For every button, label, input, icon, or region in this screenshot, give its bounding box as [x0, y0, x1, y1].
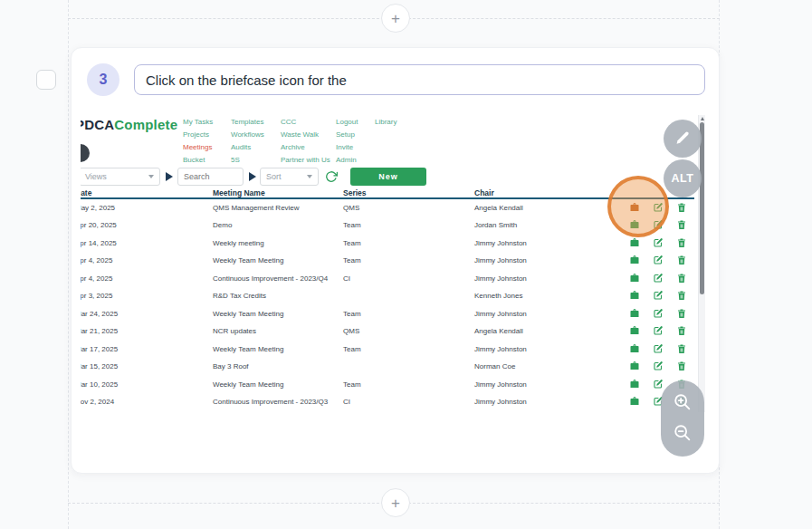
alt-text-button[interactable]: ALT — [664, 159, 702, 197]
step-instruction-input[interactable] — [134, 64, 705, 95]
zoom-controls — [661, 380, 704, 457]
scrollbar[interactable] — [698, 115, 705, 412]
scrollbar-thumb[interactable] — [700, 122, 704, 294]
edit-icon[interactable] — [653, 361, 664, 371]
zoom-out-icon — [673, 423, 693, 443]
nav-link-workflows[interactable]: Workflows — [231, 130, 272, 139]
table-row[interactable]: Mar 21, 2025 NCR updates QMS Angela Kend… — [81, 322, 705, 341]
briefcase-icon[interactable] — [629, 396, 640, 407]
briefcase-icon[interactable] — [629, 343, 640, 354]
meeting-date: Mar 17, 2025 — [81, 344, 118, 352]
edit-icon[interactable] — [653, 255, 664, 265]
trash-icon[interactable] — [676, 273, 687, 284]
briefcase-icon[interactable] — [629, 255, 640, 265]
meeting-chair: Jimmy Johnston — [474, 309, 527, 317]
table-row[interactable]: Apr 3, 2025 R&D Tax Credits Kenneth Jone… — [81, 287, 705, 305]
meeting-date: Nov 2, 2024 — [81, 398, 114, 406]
nav-link-my-tasks[interactable]: My Tasks — [183, 118, 223, 126]
briefcase-icon[interactable] — [629, 290, 640, 301]
meeting-chair: Jimmy Johnston — [474, 398, 527, 406]
new-meeting-button[interactable]: New — [350, 168, 426, 186]
trash-icon[interactable] — [676, 255, 687, 265]
table-row[interactable]: Mar 15, 2025 Bay 3 Roof Norman Coe — [81, 358, 705, 376]
zoom-in-button[interactable] — [672, 392, 693, 414]
nav-link-audits[interactable]: Audits — [231, 143, 272, 151]
nav-link-waste-walk[interactable]: Waste Walk — [281, 130, 328, 139]
edit-step-button[interactable] — [664, 120, 702, 158]
edit-icon[interactable] — [653, 343, 664, 354]
meeting-chair: Kenneth Jones — [474, 292, 522, 300]
app-logo: PDCAComplete — [81, 117, 177, 132]
edit-icon[interactable] — [653, 290, 664, 301]
step-select-checkbox[interactable] — [36, 70, 56, 90]
briefcase-icon[interactable] — [629, 308, 640, 319]
nav-link-templates[interactable]: Templates — [231, 118, 272, 126]
briefcase-icon[interactable] — [629, 361, 640, 371]
add-step-below-button[interactable]: + — [381, 488, 410, 517]
meeting-chair: Jimmy Johnston — [474, 380, 527, 388]
zoom-out-button[interactable] — [672, 423, 693, 445]
step-header: 3 — [72, 48, 719, 111]
trash-icon[interactable] — [676, 237, 687, 248]
edit-icon[interactable] — [653, 308, 664, 319]
sort-dropdown[interactable]: Sort — [260, 168, 319, 186]
nav-link-invite[interactable]: Invite — [336, 143, 367, 151]
meeting-name: Weekly Team Meeting — [213, 380, 283, 388]
briefcase-icon[interactable] — [629, 325, 640, 336]
nav-link-admin[interactable]: Admin — [336, 156, 367, 164]
views-dropdown[interactable]: Views — [81, 168, 160, 186]
edit-icon[interactable] — [653, 237, 664, 248]
nav-link-partner-with-us[interactable]: Partner with Us — [281, 156, 328, 164]
table-row[interactable]: Mar 10, 2025 Weekly Team Meeting Team Ji… — [81, 375, 705, 393]
trash-icon[interactable] — [676, 308, 687, 319]
nav-link-projects[interactable]: Projects — [183, 130, 223, 139]
apply-search-arrow-icon[interactable] — [249, 172, 256, 181]
nav-link-bucket[interactable]: Bucket — [183, 156, 223, 164]
table-row[interactable]: Apr 4, 2025 Weekly Team Meeting Team Jim… — [81, 252, 705, 270]
meeting-name: Continuous Improvement - 2023/Q3 — [213, 398, 328, 406]
step-card: 3 PDCAComplete My TasksProjectsMeetingsB… — [71, 47, 720, 474]
edit-icon[interactable] — [653, 325, 664, 336]
meeting-series: Team — [343, 221, 361, 229]
briefcase-icon[interactable] — [629, 273, 640, 284]
trash-icon[interactable] — [676, 325, 687, 336]
meeting-chair: Jimmy Johnston — [474, 344, 527, 352]
briefcase-icon[interactable] — [629, 379, 640, 390]
add-step-above-button[interactable]: + — [381, 4, 410, 33]
nav-column: Library — [375, 118, 411, 164]
apply-view-arrow-icon[interactable] — [166, 172, 173, 181]
table-row[interactable]: Apr 14, 2025 Weekly meeting Team Jimmy J… — [81, 234, 705, 252]
refresh-icon[interactable] — [325, 170, 338, 183]
trash-icon[interactable] — [676, 290, 687, 301]
chevron-down-icon — [307, 175, 312, 178]
table-row[interactable]: Nov 2, 2024 Continuous Improvement - 202… — [81, 393, 705, 411]
nav-link-archive[interactable]: Archive — [281, 143, 328, 151]
meeting-name: R&D Tax Credits — [213, 292, 266, 300]
table-row[interactable]: Mar 24, 2025 Weekly Team Meeting Team Ji… — [81, 304, 705, 322]
nav-column: My TasksProjectsMeetingsBucket — [183, 118, 223, 164]
edit-icon[interactable] — [653, 273, 664, 284]
nav-link-library[interactable]: Library — [375, 118, 411, 126]
meeting-date: May 2, 2025 — [81, 203, 115, 211]
trash-icon[interactable] — [676, 202, 687, 213]
meeting-date: Apr 20, 2025 — [81, 221, 117, 229]
table-row[interactable]: Mar 17, 2025 Weekly Team Meeting Team Ji… — [81, 340, 705, 358]
scroll-up-arrow-icon[interactable] — [701, 117, 704, 120]
trash-icon[interactable] — [676, 219, 687, 230]
meeting-name: Weekly Team Meeting — [213, 256, 283, 264]
nav-link-5s[interactable]: 5S — [231, 156, 272, 164]
nav-link-setup[interactable]: Setup — [336, 130, 367, 139]
trash-icon[interactable] — [676, 343, 687, 354]
user-avatar[interactable] — [81, 144, 90, 162]
table-row[interactable]: Apr 4, 2025 Continuous Improvement - 202… — [81, 269, 705, 287]
nav-link-meetings[interactable]: Meetings — [183, 143, 223, 151]
column-header-meeting-name: Meeting Name — [213, 188, 265, 197]
app-screenshot: PDCAComplete My TasksProjectsMeetingsBuc… — [81, 114, 705, 413]
edit-icon[interactable] — [653, 379, 664, 390]
meeting-series: QMS — [343, 203, 359, 211]
trash-icon[interactable] — [676, 361, 687, 371]
nav-link-logout[interactable]: Logout — [336, 118, 367, 126]
nav-link-ccc[interactable]: CCC — [281, 118, 328, 126]
search-input[interactable] — [184, 172, 237, 181]
briefcase-icon[interactable] — [629, 237, 640, 248]
